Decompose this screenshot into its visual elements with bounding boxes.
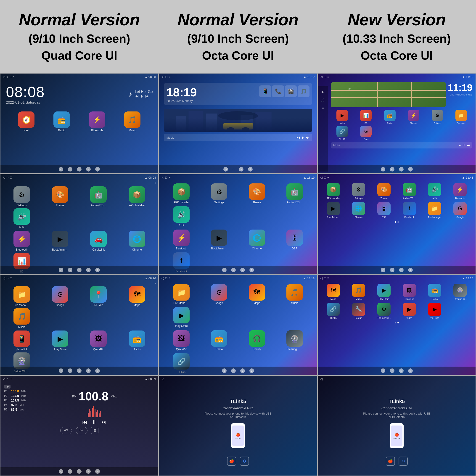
app-tlink5-r4c3[interactable]: 🔗TLink5 <box>321 303 345 319</box>
status-bar-r4c1: ◁○□ ▲ 08:26 <box>0 275 158 281</box>
app-google-r4c2[interactable]: GGoogle <box>202 284 237 305</box>
app-playstore-r4c1[interactable]: ▶Play Store <box>42 330 79 351</box>
app-radio-r4c3[interactable]: 📻Radio <box>423 284 446 300</box>
app-carbitlink-r3c1[interactable]: 🚗CarbitLink <box>80 231 117 251</box>
app-phonelink-r4c1[interactable]: 📱phonelink <box>3 330 40 351</box>
preset-1[interactable]: P1 100.8 MHz <box>4 390 32 393</box>
radio-preset-list: P1 100.8 MHz P2 104.0 MHz P3 107.5 MHz <box>4 390 32 425</box>
app-filemanager-r3c3[interactable]: 📁File Manager <box>423 202 446 219</box>
app-quickpic-r4c2[interactable]: 🖼QuickPic <box>164 330 199 351</box>
app-androidts-r3c2[interactable]: 🤖AndroidTS GPS T... <box>277 183 312 204</box>
app-youtube-r4c3[interactable]: ▶YouTube <box>423 303 446 319</box>
preset-4[interactable]: P4 87.5 MHz <box>4 403 32 407</box>
radio-transport[interactable]: ⏮ ⏸ ⏭ <box>82 419 106 425</box>
tlink-btn-settings-r5c3[interactable]: ⚙ <box>399 457 408 466</box>
app-facebook-r3c3[interactable]: fFacebook <box>398 202 421 219</box>
app-apk-r3c1[interactable]: 📦APK Installer <box>118 186 155 207</box>
app-steeringwheel-r4c3[interactable]: 🎡Steering W... <box>448 284 472 300</box>
app-dsp-r3c3[interactable]: 🎛DSP <box>372 202 396 219</box>
sidebar-r2c3: ▶ 🎵 ≡ <box>318 86 328 171</box>
app-video-r4c3[interactable]: ▶Video <box>398 303 421 319</box>
time-r3c2: 18:19 <box>307 176 315 179</box>
tlink-desc-r5c2: Please connect your phone to this device… <box>204 412 272 419</box>
app-theme-r3c2[interactable]: 🎨Theme <box>239 183 274 204</box>
app-radio-r4c2[interactable]: 📻Radio <box>202 330 237 351</box>
app-music-r4c1[interactable]: 🎵Music <box>3 308 40 329</box>
clock-date-r2c2: 2022/09/05 Monday <box>167 99 197 102</box>
app-androidts-r3c1[interactable]: 🤖AndroidTS GPS T... <box>80 186 117 207</box>
header-col2: Normal Version (9/10 Inch Screen) Octa C… <box>159 0 318 73</box>
tlink-screen-r5c2: TLink5 CarPlay/Android Auto Please conne… <box>159 382 317 476</box>
app-aux-r3c3[interactable]: 🔊AUX <box>423 183 446 200</box>
app-music-r4c3[interactable]: 🎵Music <box>347 284 370 300</box>
app-radio-r4c1[interactable]: 📻Radio <box>118 330 155 351</box>
app-playstore-r4c3[interactable]: ▶Play Store <box>372 284 396 300</box>
radio-settings-btn[interactable]: ☰ <box>91 427 99 434</box>
status-bar-r3c2: ◁□≡ ▲ 18:19 <box>159 174 317 181</box>
nav-bar-r2c2: ◁ ○ ♪ ⚙ <box>159 165 317 173</box>
tlink-btn-settings[interactable]: ⚙ <box>240 457 249 466</box>
app-apk-r3c2[interactable]: 📦APK Installer <box>164 183 199 204</box>
app-filemanager-r4c1[interactable]: 📁File Manager <box>3 286 40 307</box>
preset-5[interactable]: P5 87.5 MHz <box>4 408 32 411</box>
app-radio-home[interactable]: 📻 Radio <box>45 111 79 132</box>
app-playstore-r4c2[interactable]: ▶Play Store <box>164 307 199 327</box>
preset-3[interactable]: P3 107.5 MHz <box>4 399 32 402</box>
app-bluetooth-r3c1[interactable]: ⚡Bluetooth <box>3 231 40 251</box>
app-settings-r3c1[interactable]: ⚙Settings <box>3 186 40 207</box>
header-title-col2: Normal Version <box>177 11 299 29</box>
app-chrome-r3c3[interactable]: 🌐Chrome <box>347 202 370 219</box>
preset-2[interactable]: P2 104.0 MHz <box>4 394 32 398</box>
app-apk-r3c3[interactable]: 📦APK Installer <box>321 183 345 200</box>
app-navi[interactable]: 🧭 Navi <box>10 111 43 132</box>
tlink-btn-carplay-r5c3[interactable]: 🍎 <box>386 457 395 466</box>
screen-r2c3: ◁ □ ≡ ▲ 11:19 ▶ 🎵 ≡ <box>317 73 476 174</box>
navi-icon: 🧭 <box>18 111 34 128</box>
app-steeringwheel-r4c2[interactable]: 🎡Steering Wheel <box>277 330 312 351</box>
app-music-home[interactable]: 🎵 Music <box>116 111 149 132</box>
music-controls-r2c1[interactable]: ⏮ ⏵ ⏭ <box>135 94 153 99</box>
app-theme-r3c1[interactable]: 🎨Theme <box>42 186 79 207</box>
app-here-r4c1[interactable]: 📍HERE WeGo <box>80 286 117 307</box>
app-chrome-r3c1[interactable]: 🌐Chrome <box>118 231 155 251</box>
app-maps-r4c3[interactable]: 🗺Maps <box>321 284 345 300</box>
app-google-r3c3[interactable]: GGoogle <box>448 202 472 219</box>
app-grid-r4c1-row1: 📁File Manager GGoogle 📍HERE WeGo 🗺Maps 🎵… <box>0 285 158 330</box>
dx-button[interactable]: DX <box>76 427 87 434</box>
app-bluetooth-home[interactable]: ⚡ Bluetooth <box>80 111 114 132</box>
clock-r2c3: 11:19 2023/06/05 Monday <box>448 82 472 96</box>
time-r4c2: 18:18 <box>307 277 315 280</box>
app-twspecific-r4c3[interactable]: ⚙TWSpecific... <box>372 303 396 319</box>
app-maps-r4c1[interactable]: 🗺Maps <box>118 286 155 307</box>
app-settings-r3c2[interactable]: ⚙Settings <box>202 183 237 204</box>
app-torque-r4c3[interactable]: 🔧Torque <box>347 303 370 319</box>
app-music-r4c2[interactable]: 🎵Music <box>277 284 312 305</box>
app-chrome-r3c2[interactable]: 🌐Chrome <box>239 230 274 250</box>
app-androidts-r3c3[interactable]: 🤖AndroidTS G... <box>398 183 421 200</box>
app-settings-r3c3[interactable]: ⚙Settings <box>347 183 370 200</box>
app-theme-r3c3[interactable]: 🎨Theme <box>372 183 396 200</box>
tlink-subtitle-r5c3: CarPlay/Android Auto <box>381 406 412 410</box>
app-maps-r4c2[interactable]: 🗺Maps <box>239 284 274 305</box>
app-google-r4c1[interactable]: GGoogle <box>42 286 79 307</box>
app-quickpic-r4c3[interactable]: 🖼QuickPic <box>398 284 421 300</box>
tlink-btn-carplay[interactable]: 🍎 <box>227 457 236 466</box>
app-bluetooth-r3c2[interactable]: ⚡Bluetooth <box>164 230 199 250</box>
time-r3c3: 11:41 <box>466 176 473 179</box>
app-grid-r3c1-row1: ⚙Settings 🎨Theme 🤖AndroidTS GPS T... 📦AP… <box>0 186 158 230</box>
as-button[interactable]: AS <box>60 427 72 434</box>
app-filemanager-r4c2[interactable]: 📁File Manager <box>164 284 199 305</box>
app-grid-r3c3-row1: 📦APK Installer ⚙Settings 🎨Theme 🤖Android… <box>318 181 476 202</box>
app-aux-r3c1[interactable]: 🔊AUX <box>3 208 40 229</box>
app-spotify-r4c2[interactable]: 🎧Spotify <box>239 330 274 351</box>
app-bootanim-r3c1[interactable]: ▶Boot Animation <box>42 231 79 251</box>
app-bootanim-r3c3[interactable]: ▶Boot Anima... <box>321 202 345 219</box>
app-bluetooth-r3c3[interactable]: ⚡Bluetooth <box>448 183 472 200</box>
header-core-col2: Octa Core UI <box>202 49 274 62</box>
app-bootanim-r3c2[interactable]: ▶Boot Animation <box>202 230 237 250</box>
time-r2c2: 18:19 <box>307 75 315 79</box>
music-r2c3: Music ⏮ ⏸ ⏭ <box>331 142 472 149</box>
app-aux-r3c2[interactable]: 🔊AUX <box>164 206 199 227</box>
app-dsp-r3c2[interactable]: 🎛DSP <box>277 230 312 250</box>
app-quickpic-r4c1[interactable]: 🖼QuickPic <box>80 330 117 351</box>
